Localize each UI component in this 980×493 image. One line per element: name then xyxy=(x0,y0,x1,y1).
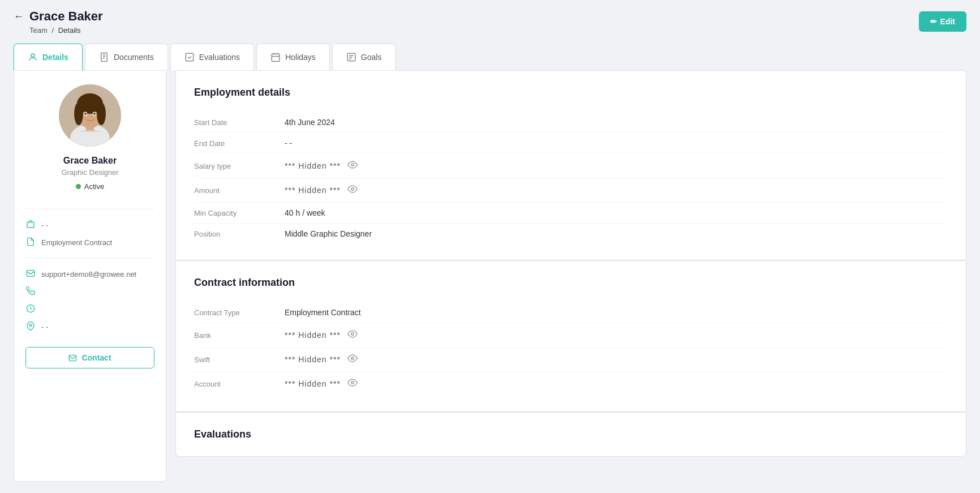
tab-details[interactable]: Details xyxy=(14,44,83,70)
salary-type-value: *** Hidden *** xyxy=(285,160,358,172)
start-date-value: 4th June 2024 xyxy=(285,118,335,127)
salary-type-row: Salary type *** Hidden *** xyxy=(194,154,948,178)
account-label: Account xyxy=(194,380,285,388)
account-row: Account *** Hidden *** xyxy=(194,372,948,396)
svg-point-24 xyxy=(351,357,354,360)
end-date-label: End Date xyxy=(194,139,285,148)
amount-toggle[interactable] xyxy=(347,184,358,196)
bank-label: Bank xyxy=(194,331,285,340)
status-badge: Active xyxy=(76,182,104,191)
tab-holidays[interactable]: Holidays xyxy=(256,44,330,70)
contract-type-value: Employment Contract xyxy=(285,308,361,317)
contact-button-label: Contact xyxy=(81,353,111,362)
employment-card: Employment details Start Date 4th June 2… xyxy=(175,70,966,260)
edit-button[interactable]: ✏ Edit xyxy=(919,11,966,32)
sidebar-bag-row: - - xyxy=(25,216,154,234)
divider-2 xyxy=(25,258,154,259)
svg-point-0 xyxy=(31,54,35,57)
evaluations-title: Evaluations xyxy=(194,428,948,440)
evaluation-icon xyxy=(184,52,195,62)
tabs-container: Details Documents Evaluations Holidays xyxy=(0,37,980,70)
location-icon xyxy=(25,321,36,332)
svg-point-21 xyxy=(351,164,354,166)
sidebar-phone-row xyxy=(25,283,154,301)
svg-rect-17 xyxy=(27,271,34,277)
phone-icon xyxy=(25,286,36,297)
sidebar-clock-row xyxy=(25,301,154,318)
position-label: Position xyxy=(194,230,285,238)
evaluations-card: Evaluations xyxy=(175,412,966,457)
back-button[interactable]: ← xyxy=(14,11,24,23)
min-capacity-value: 40 h / week xyxy=(285,208,325,217)
contract-title: Contract information xyxy=(194,277,948,289)
contact-envelope-icon xyxy=(68,354,77,362)
avatar xyxy=(59,84,121,147)
svg-rect-2 xyxy=(186,53,194,61)
contract-card: Contract information Contract Type Emplo… xyxy=(175,260,966,412)
user-name: Grace Baker xyxy=(63,156,117,166)
bank-toggle[interactable] xyxy=(347,329,358,341)
svg-point-11 xyxy=(74,102,83,125)
sidebar-location-value: - - xyxy=(41,323,48,331)
svg-point-16 xyxy=(93,113,96,115)
amount-row: Amount *** Hidden *** xyxy=(194,178,948,203)
position-value: Middle Graphic Designer xyxy=(285,229,372,238)
user-job-title: Graphic Designer xyxy=(61,168,118,177)
status-label: Active xyxy=(84,182,104,191)
sidebar-contract-row: Employment Contract xyxy=(25,234,154,251)
svg-point-19 xyxy=(29,324,32,327)
email-icon xyxy=(25,269,36,280)
contract-type-label: Contract Type xyxy=(194,308,285,317)
swift-row: Swift *** Hidden *** xyxy=(194,348,948,372)
svg-rect-20 xyxy=(70,355,77,361)
sidebar-email-row: support+demo8@growee.net xyxy=(25,265,154,283)
start-date-row: Start Date 4th June 2024 xyxy=(194,112,948,133)
edit-icon: ✏ xyxy=(930,17,937,26)
employment-title: Employment details xyxy=(194,87,948,98)
sidebar-contract-value: Employment Contract xyxy=(41,238,112,247)
tab-documents[interactable]: Documents xyxy=(85,44,168,70)
document-icon xyxy=(99,52,109,62)
tab-goals[interactable]: Goals xyxy=(332,44,396,70)
calendar-icon xyxy=(270,52,281,62)
position-row: Position Middle Graphic Designer xyxy=(194,224,948,244)
bank-value: *** Hidden *** xyxy=(285,329,358,341)
sidebar-email-value: support+demo8@growee.net xyxy=(41,270,136,278)
bag-icon xyxy=(25,220,36,230)
contract-type-row: Contract Type Employment Contract xyxy=(194,302,948,323)
salary-type-toggle[interactable] xyxy=(347,160,358,172)
amount-value: *** Hidden *** xyxy=(285,184,358,196)
salary-type-label: Salary type xyxy=(194,162,285,170)
status-dot xyxy=(76,184,81,189)
svg-point-12 xyxy=(97,102,106,125)
svg-rect-3 xyxy=(272,54,280,62)
min-capacity-label: Min Capacity xyxy=(194,209,285,217)
person-icon xyxy=(28,52,38,62)
sidebar-location-row: - - xyxy=(25,318,154,336)
swift-toggle[interactable] xyxy=(347,353,358,366)
end-date-row: End Date - - xyxy=(194,133,948,154)
page-title: Grace Baker xyxy=(29,9,103,24)
account-value: *** Hidden *** xyxy=(285,378,358,390)
tab-evaluations[interactable]: Evaluations xyxy=(170,44,254,70)
end-date-value: - - xyxy=(285,139,292,148)
bank-row: Bank *** Hidden *** xyxy=(194,323,948,348)
contract-icon xyxy=(25,237,36,248)
sidebar: Grace Baker Graphic Designer Active - - xyxy=(14,70,166,482)
min-capacity-row: Min Capacity 40 h / week xyxy=(194,203,948,224)
clock-icon xyxy=(25,304,36,315)
svg-point-23 xyxy=(351,333,354,336)
start-date-label: Start Date xyxy=(194,118,285,127)
divider-1 xyxy=(25,209,154,209)
account-toggle[interactable] xyxy=(347,378,358,390)
svg-point-25 xyxy=(351,381,354,384)
breadcrumb: Team / Details xyxy=(29,26,966,35)
sidebar-bag-value: - - xyxy=(41,221,48,229)
svg-point-15 xyxy=(84,113,87,115)
goals-icon xyxy=(346,52,356,62)
contact-button[interactable]: Contact xyxy=(25,347,154,368)
swift-value: *** Hidden *** xyxy=(285,353,358,366)
content-area: Employment details Start Date 4th June 2… xyxy=(175,70,966,482)
svg-point-22 xyxy=(351,188,354,191)
swift-label: Swift xyxy=(194,355,285,364)
